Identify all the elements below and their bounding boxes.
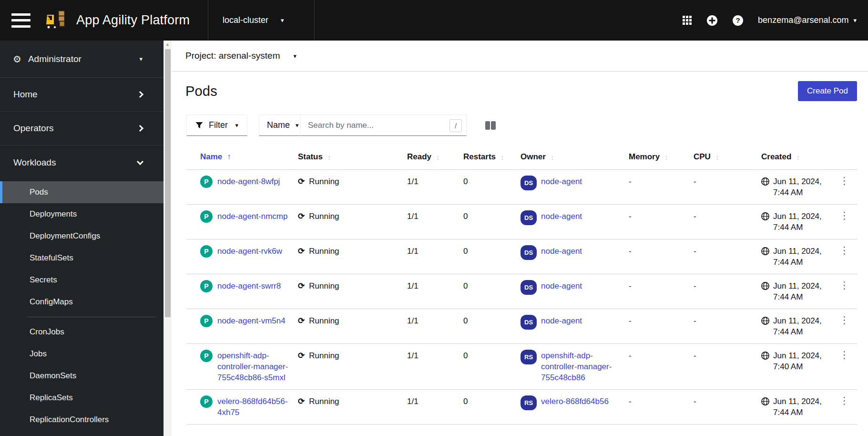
- sidebar-item-configmaps[interactable]: ConfigMaps: [0, 291, 163, 313]
- kebab-menu-icon[interactable]: ⋮: [837, 280, 853, 290]
- globe-icon: [761, 352, 769, 360]
- kebab-menu-icon[interactable]: ⋮: [837, 315, 853, 325]
- cell-name: P velero-868fd64b56-4xh75: [200, 396, 298, 418]
- globe-icon: [761, 212, 769, 220]
- chevron-down-icon: ▾: [296, 122, 299, 128]
- brand: App Agility Platform: [44, 9, 190, 32]
- sidebar-scrollbar[interactable]: ▲: [163, 41, 172, 436]
- owner-kind-badge: DS: [521, 315, 537, 330]
- column-header-owner[interactable]: Owner ↕: [521, 152, 629, 162]
- pod-badge: P: [200, 350, 213, 362]
- hamburger-menu-icon[interactable]: [11, 13, 31, 28]
- status-text: Running: [309, 176, 339, 187]
- chevron-down-icon: ▾: [294, 53, 297, 59]
- main-content: Project: arsenal-system ▾ Pods Create Po…: [172, 41, 868, 436]
- project-selector[interactable]: Project: arsenal-system ▾: [172, 41, 868, 72]
- sidebar-item-jobs[interactable]: Jobs: [0, 343, 163, 365]
- owner-link[interactable]: node-agent: [541, 315, 582, 326]
- owner-link[interactable]: node-agent: [541, 280, 582, 291]
- cell-ready: 1/1: [407, 246, 463, 257]
- cell-status: ⟳ Running: [298, 246, 407, 257]
- chevron-right-icon: [137, 91, 143, 98]
- column-header-name[interactable]: Name ↑: [200, 152, 298, 162]
- column-header-restarts[interactable]: Restarts ↕: [463, 152, 521, 162]
- sidebar-item-statefulsets[interactable]: StatefulSets: [0, 247, 163, 269]
- filter-dropdown[interactable]: Filter ▾: [186, 114, 247, 136]
- owner-link[interactable]: openshift-adp-controller-manager-755c48c…: [541, 350, 623, 383]
- column-header-status[interactable]: Status ↕: [298, 152, 407, 162]
- table-header-row: Name ↑ Status ↕ Ready ↕ Restarts ↕ Owner: [186, 145, 857, 170]
- svg-text:?: ?: [736, 16, 740, 24]
- search-input[interactable]: [301, 115, 466, 135]
- cell-created: Jun 11, 2024, 7:40 AM: [761, 350, 837, 372]
- cell-status: ⟳ Running: [298, 280, 407, 291]
- cell-status: ⟳ Running: [298, 315, 407, 326]
- sidebar-item-deploymentconfigs[interactable]: DeploymentConfigs: [0, 225, 163, 247]
- globe-icon: [761, 397, 769, 405]
- running-sync-icon: ⟳: [298, 246, 305, 257]
- cell-owner: DS node-agent: [521, 211, 629, 225]
- status-text: Running: [309, 280, 339, 291]
- running-sync-icon: ⟳: [298, 176, 305, 187]
- cell-ready: 1/1: [407, 350, 463, 361]
- cell-owner: RS velero-868fd64b56: [521, 396, 629, 410]
- cell-name: P node-agent-8wfpj: [200, 176, 298, 188]
- perspective-switcher[interactable]: ⚙ Administrator ▾: [0, 41, 163, 78]
- pods-table: Name ↑ Status ↕ Ready ↕ Restarts ↕ Owner: [186, 145, 857, 425]
- sidebar-item-home[interactable]: Home: [0, 78, 163, 112]
- owner-kind-badge: DS: [521, 210, 537, 225]
- app-launcher-grid-icon[interactable]: [683, 16, 692, 25]
- cell-name: P openshift-adp-controller-manager-755c4…: [200, 350, 298, 383]
- create-pod-button[interactable]: Create Pod: [798, 81, 857, 101]
- pod-link[interactable]: node-agent-8wfpj: [217, 176, 280, 187]
- help-question-circle-icon[interactable]: ?: [732, 15, 744, 26]
- running-sync-icon: ⟳: [298, 280, 305, 291]
- sort-icon: ↕: [796, 153, 800, 161]
- pod-link[interactable]: node-agent-vm5n4: [217, 315, 286, 326]
- add-plus-circle-icon[interactable]: [706, 15, 718, 26]
- owner-link[interactable]: velero-868fd64b56: [541, 396, 609, 407]
- sidebar-item-replicasets[interactable]: ReplicaSets: [0, 387, 163, 409]
- pod-link[interactable]: node-agent-nmcmp: [217, 211, 287, 222]
- sidebar-item-operators[interactable]: Operators: [0, 112, 163, 145]
- owner-link[interactable]: node-agent: [541, 176, 582, 187]
- created-time: 7:44 AM: [773, 291, 822, 302]
- pod-link[interactable]: node-agent-swrr8: [217, 280, 281, 291]
- cell-name: P node-agent-rvk6w: [200, 246, 298, 258]
- sidebar-item-workloads[interactable]: Workloads: [0, 145, 163, 179]
- sidebar-item-secrets[interactable]: Secrets: [0, 269, 163, 291]
- kebab-menu-icon[interactable]: ⋮: [837, 176, 853, 186]
- kebab-menu-icon[interactable]: ⋮: [837, 350, 853, 360]
- cluster-selector[interactable]: local-cluster ▾: [208, 0, 315, 41]
- user-menu[interactable]: benzema@arsenal.com ▾: [758, 15, 857, 25]
- manage-columns-icon[interactable]: [485, 120, 496, 131]
- column-header-cpu[interactable]: CPU ↕: [694, 152, 761, 162]
- sidebar-item-cronjobs[interactable]: CronJobs: [0, 321, 163, 343]
- sidebar-item-pods[interactable]: Pods: [0, 181, 163, 203]
- chevron-down-icon: ▾: [139, 56, 143, 62]
- owner-link[interactable]: node-agent: [541, 246, 582, 257]
- pod-link[interactable]: node-agent-rvk6w: [217, 246, 282, 257]
- cell-created: Jun 11, 2024, 7:44 AM: [761, 176, 837, 198]
- search-attribute-dropdown[interactable]: Name ▾: [259, 114, 301, 136]
- scrollbar-thumb[interactable]: [165, 49, 171, 317]
- pod-link[interactable]: openshift-adp-controller-manager-755c48c…: [217, 350, 292, 383]
- column-header-ready[interactable]: Ready ↕: [407, 152, 463, 162]
- column-header-memory[interactable]: Memory ↕: [629, 152, 694, 162]
- kebab-menu-icon[interactable]: ⋮: [837, 211, 853, 220]
- kebab-menu-icon[interactable]: ⋮: [837, 396, 853, 405]
- sidebar-item-deployments[interactable]: Deployments: [0, 203, 163, 225]
- column-header-created[interactable]: Created ↕: [761, 152, 837, 162]
- created-date: Jun 11, 2024,: [773, 350, 822, 361]
- pod-link[interactable]: velero-868fd64b56-4xh75: [217, 396, 292, 418]
- sort-icon: ↕: [664, 153, 668, 161]
- scrollbar-up-arrow-icon[interactable]: ▲: [165, 42, 170, 47]
- owner-link[interactable]: node-agent: [541, 211, 582, 222]
- cell-name: P node-agent-nmcmp: [200, 211, 298, 223]
- sidebar-item-daemonsets[interactable]: DaemonSets: [0, 365, 163, 387]
- kebab-menu-icon[interactable]: ⋮: [837, 246, 853, 255]
- cell-cpu: -: [694, 396, 761, 407]
- sidebar-item-replicationcontrollers[interactable]: ReplicationControllers: [0, 409, 163, 431]
- pod-badge: P: [200, 395, 213, 408]
- cell-owner: DS node-agent: [521, 280, 629, 295]
